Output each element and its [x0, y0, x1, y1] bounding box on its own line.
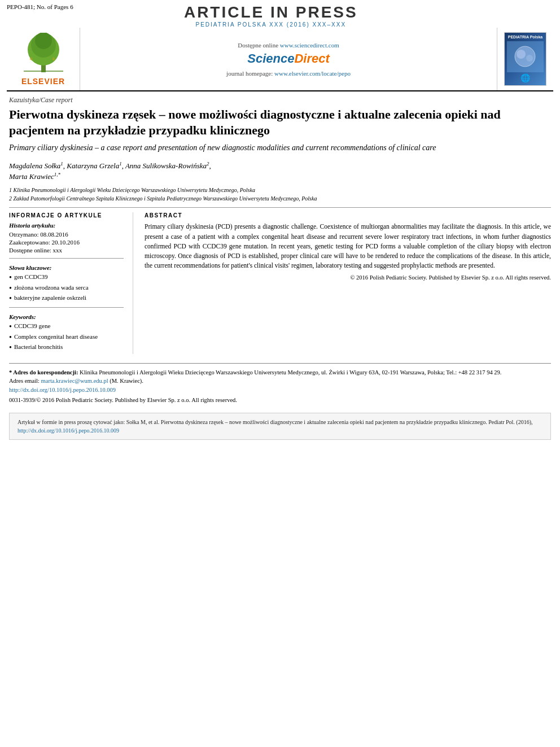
journal-cover-art — [510, 44, 541, 69]
separator-line — [9, 207, 551, 208]
svg-text:⚘: ⚘ — [51, 56, 56, 62]
correspondence-line: * Adres do korespondencji: Klinika Pneum… — [9, 368, 551, 377]
article-title-english: Primary ciliary dyskinesia – a case repo… — [9, 142, 551, 154]
dostepne-online-item: Dostępne online: xxx — [9, 247, 124, 254]
bottom-notice: Artykuł w formie in press proszę cytować… — [9, 413, 551, 440]
svg-point-9 — [526, 55, 533, 62]
elsevier-logo-area: ⚘ ⚘ ELSEVIER — [7, 28, 80, 90]
abstract-heading: ABSTRACT — [145, 212, 551, 219]
elsevier-tree-icon: ⚘ ⚘ — [21, 33, 66, 75]
keyword-en-1: • CCDC39 gene — [9, 322, 124, 331]
keyword-en-2: • Complex congenital heart disease — [9, 333, 124, 342]
email-line: Adres email: marta.krawiec@wum.edu.pl (M… — [9, 377, 551, 386]
abstract-copyright: © 2016 Polish Pediatric Society. Publish… — [145, 274, 551, 281]
issn-line: 0031-3939/© 2016 Polish Pediatric Societ… — [9, 396, 551, 405]
journal-cover-image: PEDIATRIA Polska 🌐 — [504, 32, 546, 86]
abstract-section: ABSTRACT Primary ciliary dyskinesia (PCD… — [145, 212, 551, 353]
main-content: Kazuistyka/Case report Pierwotna dyskine… — [0, 91, 560, 444]
keywords-en-section: Keywords: • CCDC39 gene • Complex congen… — [9, 313, 124, 352]
zaakceptowano-item: Zaakceptowano: 20.10.2016 — [9, 239, 124, 246]
keyword-pl-1: • gen CCDC39 — [9, 273, 124, 282]
section-label: Kazuistyka/Case report — [9, 96, 551, 104]
header-section: ⚘ ⚘ ELSEVIER Dostępne online www.science… — [7, 28, 553, 91]
journal-cover-icon: 🌐 — [520, 73, 530, 83]
article-in-press-banner: ARTICLE IN PRESS PEDIATRIA POLSKA XXX (2… — [184, 3, 358, 28]
left-col-separator-2 — [9, 307, 124, 308]
keyword-pl-3: • bakteryjne zapalenie oskrzeli — [9, 294, 124, 303]
svg-point-3 — [35, 33, 52, 49]
keyword-pl-2: • złożona wrodzona wada serca — [9, 284, 124, 292]
doi-link[interactable]: http://dx.doi.org/10.1016/j.pepo.2016.10… — [9, 387, 116, 393]
journal-cover-area: PEDIATRIA Polska 🌐 — [497, 28, 553, 90]
sciencedirect-url-link[interactable]: www.sciencedirect.com — [280, 42, 339, 49]
page-wrapper: PEPO-481; No. of Pages 6 ARTICLE IN PRES… — [0, 0, 560, 747]
elsevier-brand-text: ELSEVIER — [21, 77, 65, 86]
abstract-text: Primary ciliary dyskinesia (PCD) present… — [145, 222, 551, 270]
left-column: INFORMACJE O ARTYKULE Historia artykułu:… — [9, 212, 133, 353]
bottom-notice-doi-link[interactable]: http://dx.doi.org/10.1016/j.pepo.2016.10… — [18, 427, 119, 434]
top-bar: PEPO-481; No. of Pages 6 ARTICLE IN PRES… — [0, 0, 560, 28]
slowa-kluczowe-label: Słowa kluczowe: — [9, 264, 124, 271]
footer-notes: * Adres do korespondencji: Klinika Pneum… — [9, 363, 551, 405]
email-link[interactable]: marta.krawiec@wum.edu.pl — [41, 378, 108, 384]
keyword-en-3: • Bacterial bronchitis — [9, 343, 124, 352]
svg-point-8 — [517, 50, 526, 59]
left-col-separator — [9, 258, 124, 259]
two-col-section: INFORMACJE O ARTYKULE Historia artykułu:… — [9, 212, 551, 353]
dostepne-online-label: Dostępne online www.sciencedirect.com — [238, 42, 339, 49]
doi-line: http://dx.doi.org/10.1016/j.pepo.2016.10… — [9, 386, 551, 395]
affiliations: 1 Klinika Pneumonologii i Alergologii Wi… — [9, 186, 551, 203]
affiliation-2: 2 Zakład Patomorfologii Centralnego Szpi… — [9, 194, 551, 203]
article-id: PEPO-481; No. of Pages 6 — [7, 3, 73, 10]
affiliation-1: 1 Klinika Pneumonologii i Alergologii Wi… — [9, 186, 551, 194]
sciencedirect-logo: ScienceDirect — [247, 51, 330, 66]
journal-homepage-link[interactable]: www.elsevier.com/locate/pepo — [274, 70, 351, 77]
svg-text:⚘: ⚘ — [29, 56, 33, 62]
journal-homepage-line: journal homepage: www.elsevier.com/locat… — [226, 70, 351, 77]
authors-line: Magdalena Sołka1, Katarzyna Grzela1, Ann… — [9, 160, 551, 183]
header-center: Dostępne online www.sciencedirect.com Sc… — [80, 28, 497, 90]
keywords-en-label: Keywords: — [9, 313, 124, 320]
historia-label: Historia artykułu: — [9, 222, 124, 229]
journal-name-banner: PEDIATRIA POLSKA XXX (2016) XXX–XXX — [184, 21, 358, 28]
otrzymano-item: Otrzymano: 08.08.2016 — [9, 231, 124, 238]
info-heading: INFORMACJE O ARTYKULE — [9, 212, 124, 219]
article-title-polish: Pierwotna dyskineza rzęsek – nowe możliw… — [9, 107, 551, 138]
article-in-press-title: ARTICLE IN PRESS — [184, 5, 358, 20]
